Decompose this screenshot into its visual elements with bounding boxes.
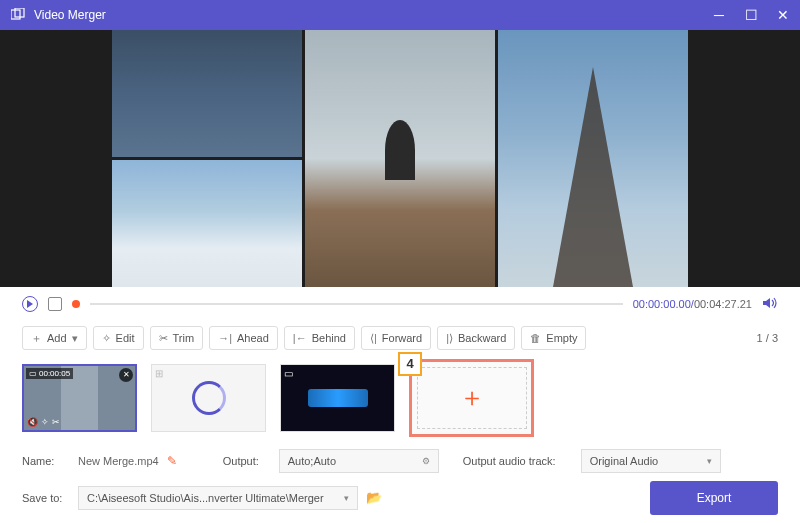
clip-tools: 🔇 ✧ ✂ (27, 417, 60, 427)
add-label: Add (47, 332, 67, 344)
clip-thumb-2[interactable]: ⊞ (151, 364, 266, 432)
clip-thumb-1[interactable]: ▭ 00:00:05 ✕ 🔇 ✧ ✂ (22, 364, 137, 432)
play-button[interactable] (22, 296, 38, 312)
gear-icon[interactable]: ⚙ (422, 456, 430, 466)
output-combo[interactable]: Auto;Auto ⚙ (279, 449, 439, 473)
preview-col-1 (112, 30, 302, 287)
save-combo[interactable]: C:\Aiseesoft Studio\Ais...nverter Ultima… (78, 486, 358, 510)
plus-icon: ＋ (459, 380, 485, 415)
clip-timestamp: ▭ 00:00:05 (26, 368, 73, 379)
trim-button[interactable]: ✂Trim (150, 326, 204, 350)
wand-icon: ✧ (102, 332, 111, 345)
ahead-button[interactable]: →|Ahead (209, 326, 278, 350)
window-title: Video Merger (34, 8, 712, 22)
bottom-panel: Name: New Merge.mp4 ✎ Output: Auto;Auto … (0, 441, 800, 523)
save-label: Save to: (22, 492, 70, 504)
preview-col-2 (305, 30, 495, 287)
window-controls: ─ ☐ ✕ (712, 8, 790, 22)
add-clip-inner: ＋ (417, 367, 527, 429)
export-button[interactable]: Export (650, 481, 778, 515)
empty-label: Empty (546, 332, 577, 344)
clip-thumb-3[interactable]: ▭ (280, 364, 395, 432)
minimize-button[interactable]: ─ (712, 8, 726, 22)
forward-button[interactable]: ⟨|Forward (361, 326, 431, 350)
output-label: Output: (223, 455, 271, 467)
app-icon (10, 7, 26, 23)
forward-label: Forward (382, 332, 422, 344)
clip-remove-icon[interactable]: ✕ (119, 368, 133, 382)
audio-value: Original Audio (590, 455, 659, 467)
row-1: Name: New Merge.mp4 ✎ Output: Auto;Auto … (22, 449, 778, 473)
edit-button[interactable]: ✧Edit (93, 326, 144, 350)
backward-label: Backward (458, 332, 506, 344)
preview-area (0, 30, 800, 287)
plus-icon: ＋ (31, 331, 42, 346)
behind-button[interactable]: |←Behind (284, 326, 355, 350)
pencil-icon[interactable]: ✎ (167, 454, 177, 468)
chevron-down-icon: ▾ (72, 332, 78, 345)
folder-icon[interactable]: 📂 (366, 490, 382, 505)
row-2: Save to: C:\Aiseesoft Studio\Ais...nvert… (22, 481, 778, 515)
preview-image (305, 30, 495, 287)
grid-icon: ⊞ (155, 368, 163, 379)
seek-track[interactable] (90, 303, 623, 305)
audio-combo[interactable]: Original Audio ▾ (581, 449, 721, 473)
backward-icon: |⟩ (446, 332, 453, 345)
forward-icon: ⟨| (370, 332, 377, 345)
preview-image (112, 30, 302, 157)
behind-label: Behind (312, 332, 346, 344)
maximize-button[interactable]: ☐ (744, 8, 758, 22)
time-display: 00:00:00.00/00:04:27.21 (633, 298, 752, 310)
ahead-label: Ahead (237, 332, 269, 344)
scissors-icon[interactable]: ✂ (52, 417, 60, 427)
main: 00:00:00.00/00:04:27.21 ＋Add▾ ✧Edit ✂Tri… (0, 30, 800, 523)
preview-image (498, 30, 688, 287)
volume-icon[interactable] (762, 296, 778, 312)
edit-label: Edit (116, 332, 135, 344)
preview-image (112, 160, 302, 287)
titlebar: Video Merger ─ ☐ ✕ (0, 0, 800, 30)
trim-label: Trim (173, 332, 195, 344)
add-clip-slot[interactable]: 4 ＋ (409, 359, 534, 437)
seek-handle[interactable] (72, 300, 80, 308)
stop-button[interactable] (48, 297, 62, 311)
trash-icon: 🗑 (530, 332, 541, 344)
loading-icon (192, 381, 226, 415)
clips-row: ▭ 00:00:05 ✕ 🔇 ✧ ✂ ⊞ ▭ 4 ＋ (0, 355, 800, 441)
film-icon: ▭ (284, 368, 293, 379)
chevron-down-icon: ▾ (344, 493, 349, 503)
scissors-icon: ✂ (159, 332, 168, 345)
name-value: New Merge.mp4 (78, 455, 159, 467)
time-total: 00:04:27.21 (694, 298, 752, 310)
wand-icon[interactable]: ✧ (41, 417, 49, 427)
empty-button[interactable]: 🗑Empty (521, 326, 586, 350)
output-value: Auto;Auto (288, 455, 336, 467)
name-label: Name: (22, 455, 70, 467)
ahead-icon: →| (218, 332, 232, 344)
backward-button[interactable]: |⟩Backward (437, 326, 515, 350)
callout-badge: 4 (398, 352, 422, 376)
behind-icon: |← (293, 332, 307, 344)
chevron-down-icon: ▾ (707, 456, 712, 466)
playback-bar: 00:00:00.00/00:04:27.21 (0, 287, 800, 321)
save-value: C:\Aiseesoft Studio\Ais...nverter Ultima… (87, 492, 324, 504)
page-indicator: 1 / 3 (757, 332, 778, 344)
add-button[interactable]: ＋Add▾ (22, 326, 87, 350)
time-current: 00:00:00.00 (633, 298, 691, 310)
toolbar: ＋Add▾ ✧Edit ✂Trim →|Ahead |←Behind ⟨|For… (0, 321, 800, 355)
close-button[interactable]: ✕ (776, 8, 790, 22)
preview-col-3 (498, 30, 688, 287)
mute-icon[interactable]: 🔇 (27, 417, 38, 427)
audio-label: Output audio track: (463, 455, 573, 467)
